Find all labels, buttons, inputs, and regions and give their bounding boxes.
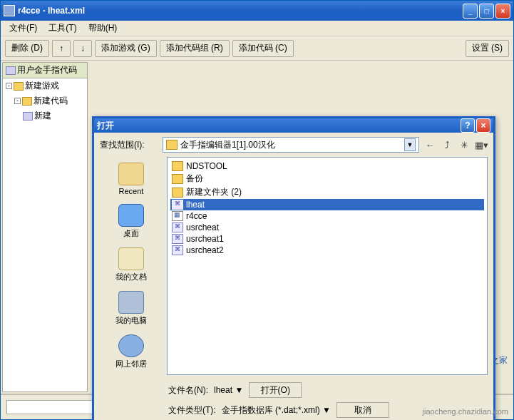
xml-icon (172, 234, 183, 244)
window-title: r4cce - lheat.xml (18, 6, 463, 16)
place-label: 我的文档 (115, 272, 147, 282)
filetype-combo[interactable]: 金手指数据库 (*.dat;*.xml) ▼ (222, 404, 331, 416)
add-code-button[interactable]: 添加代码 (C) (232, 40, 294, 57)
folder-icon (172, 161, 183, 171)
new-folder-button[interactable]: ✳ (458, 138, 471, 151)
places-bar: Recent 桌面 我的文档 我的电脑 (100, 157, 163, 375)
dialog-close-button[interactable]: × (476, 118, 490, 133)
menu-tools[interactable]: 工具(T) (43, 21, 82, 36)
place-recent[interactable]: Recent (103, 160, 160, 198)
minimize-button[interactable]: _ (463, 4, 478, 19)
place-label: 网上邻居 (115, 359, 147, 369)
folder-icon (172, 188, 183, 198)
place-label: 我的电脑 (115, 315, 147, 326)
file-item-label: NDSTOOL (186, 161, 227, 171)
move-up-button[interactable]: ↑ (52, 40, 71, 57)
documents-icon (118, 247, 144, 270)
tree-root-label: 用户金手指代码 (17, 64, 77, 76)
file-item[interactable]: r4cce (170, 210, 484, 222)
file-item[interactable]: 新建文件夹 (2) (170, 185, 484, 199)
menubar: 文件(F) 工具(T) 帮助(H) (1, 21, 513, 36)
toolbar: 删除 (D) ↑ ↓ 添加游戏 (G) 添加代码组 (R) 添加代码 (C) 设… (1, 36, 513, 61)
open-dialog: 打开 ? × 查找范围(I): 金手指编辑器1[1].00汉化 ▼ ← ⤴ ✳ (92, 116, 495, 420)
file-item[interactable]: usrcheat1 (170, 233, 484, 245)
recent-icon (118, 163, 144, 185)
titlebar: r4cce - lheat.xml _ □ × (1, 1, 513, 21)
file-item[interactable]: NDSTOOL (170, 160, 484, 172)
file-item[interactable]: 备份 (170, 172, 484, 185)
tree-code-label: 新建 (34, 110, 51, 122)
menu-help[interactable]: 帮助(H) (83, 21, 123, 36)
code-icon (23, 112, 33, 121)
up-folder-button[interactable]: ⤴ (441, 138, 453, 151)
place-mydocs[interactable]: 我的文档 (103, 245, 160, 285)
place-network[interactable]: 网上邻居 (103, 332, 160, 372)
delete-button[interactable]: 删除 (D) (5, 40, 49, 57)
open-button[interactable]: 打开(O) (249, 382, 302, 398)
place-desktop[interactable]: 桌面 (103, 201, 160, 242)
file-item-label: 新建文件夹 (2) (186, 186, 242, 198)
menu-file[interactable]: 文件(F) (4, 21, 43, 36)
dialog-title: 打开 (97, 120, 461, 132)
filetype-label: 文件类型(T): (168, 404, 216, 416)
collapse-icon[interactable]: - (14, 98, 21, 104)
file-item-label: usrcheat1 (186, 234, 224, 244)
maximize-button[interactable]: □ (479, 4, 494, 19)
tree-game-label: 新建游戏 (25, 80, 59, 92)
dialog-help-button[interactable]: ? (461, 118, 475, 133)
window-close-button[interactable]: × (495, 4, 510, 19)
network-icon (118, 334, 144, 357)
file-item[interactable]: lheat (170, 199, 484, 210)
tree-root[interactable]: 用户金手指代码 (3, 63, 87, 78)
back-button[interactable]: ← (423, 138, 436, 151)
computer-icon (118, 291, 144, 314)
dropdown-icon[interactable]: ▼ (404, 138, 416, 151)
move-down-button[interactable]: ↓ (73, 40, 92, 57)
desktop-icon (118, 204, 144, 227)
xml-icon (172, 222, 183, 232)
cancel-button[interactable]: 取消 (336, 402, 389, 418)
filename-input[interactable]: lheat ▼ (214, 385, 243, 395)
folder-icon (14, 82, 24, 91)
lookin-label: 查找范围(I): (100, 139, 158, 151)
filetype-value: 金手指数据库 (*.dat;*.xml) (222, 405, 320, 415)
dropdown-icon[interactable]: ▼ (322, 405, 331, 415)
folder-icon (172, 174, 183, 184)
collapse-icon[interactable]: - (6, 83, 12, 89)
lookin-combo[interactable]: 金手指编辑器1[1].00汉化 ▼ (163, 137, 419, 153)
settings-button[interactable]: 设置 (S) (466, 40, 509, 57)
lookin-row: 查找范围(I): 金手指编辑器1[1].00汉化 ▼ ← ⤴ ✳ ▦▾ (100, 137, 488, 153)
file-item[interactable]: usrcheat (170, 222, 484, 233)
filename-label: 文件名(N): (168, 384, 208, 396)
file-item-label: usrcheat (186, 222, 219, 232)
xml-icon (172, 200, 183, 210)
dropdown-icon[interactable]: ▼ (235, 385, 243, 395)
view-menu-button[interactable]: ▦▾ (475, 138, 488, 151)
file-item[interactable]: usrcheat2 (170, 245, 484, 256)
file-item-label: usrcheat2 (186, 245, 224, 255)
file-list[interactable]: NDSTOOL备份新建文件夹 (2)lheatr4cceusrcheatusrc… (167, 157, 488, 375)
app-icon (4, 5, 15, 16)
place-computer[interactable]: 我的电脑 (103, 288, 160, 329)
folder-icon (22, 97, 32, 106)
exe-icon (172, 211, 183, 221)
main-window: r4cce - lheat.xml _ □ × 文件(F) 工具(T) 帮助(H… (0, 0, 514, 420)
db-icon (6, 66, 16, 75)
place-label: Recent (119, 187, 144, 195)
tree-codegroup-label: 新建代码 (34, 95, 68, 107)
file-item-label: lheat (186, 200, 205, 210)
filename-value: lheat (214, 385, 232, 395)
dialog-titlebar: 打开 ? × (94, 118, 493, 133)
tree-codegroup[interactable]: - 新建代码 (3, 93, 87, 108)
xml-icon (172, 245, 183, 255)
folder-icon (166, 140, 178, 150)
file-item-label: 备份 (186, 173, 203, 185)
tree-code[interactable]: 新建 (3, 108, 87, 123)
add-game-button[interactable]: 添加游戏 (G) (95, 40, 157, 57)
tree-game[interactable]: - 新建游戏 (3, 78, 87, 93)
client-area: 用户金手指代码 - 新建游戏 - 新建代码 新建 脚本之家 (1, 61, 513, 394)
file-item-label: r4cce (186, 211, 207, 221)
lookin-value: 金手指编辑器1[1].00汉化 (180, 139, 404, 151)
add-codegroup-button[interactable]: 添加代码组 (R) (160, 40, 230, 57)
tree-panel[interactable]: 用户金手指代码 - 新建游戏 - 新建代码 新建 (2, 62, 88, 392)
